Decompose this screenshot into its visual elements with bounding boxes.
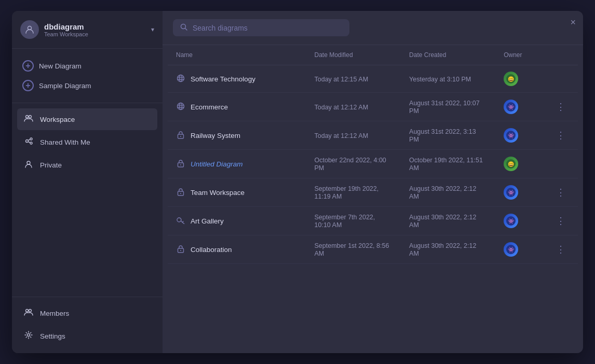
workspace-dropdown-chevron[interactable]: ▾ [151,26,154,33]
diagram-name: Railway System [191,132,240,139]
sample-diagram-plus-icon: + [22,80,34,91]
sample-diagram-label: Sample Diagram [39,82,91,90]
svg-point-5 [30,142,32,144]
diagram-actions [544,150,578,178]
diagram-created: Yesterday at 3:10 PM [401,65,495,93]
svg-text:👾: 👾 [508,218,515,225]
table-row[interactable]: Team Workspace September 19th 2022, 11:1… [168,178,578,207]
diagram-created: October 19th 2022, 11:51 AM [401,150,495,178]
search-input-wrap [173,19,349,36]
diagram-owner: 👾 [495,93,544,121]
diagram-modified: September 19th 2022, 11:19 AM [306,178,401,207]
table-row[interactable]: Collaboration September 1st 2022, 8:56 A… [168,235,578,264]
diagram-owner: 👾 [495,235,544,264]
col-header-created: Date Created [401,45,495,65]
svg-point-35 [180,193,181,194]
svg-text:👾: 👾 [508,104,515,110]
main-content: × Name Date Modified [163,11,583,353]
app-window: dbdiagram Team Workspace ▾ + New Diagram… [12,11,583,353]
svg-point-8 [27,161,30,164]
diagram-owner: 👾 [495,178,544,207]
new-diagram-button[interactable]: + New Diagram [17,56,157,76]
more-options-button[interactable]: ⋮ [552,128,570,143]
diagram-actions: ⋮ [544,178,578,207]
diagram-name: Ecommerce [191,103,228,111]
sidebar-item-shared[interactable]: Shared With Me [17,131,157,153]
diagram-name: Team Workspace [191,189,245,197]
diagram-created: August 31st 2022, 3:13 PM [401,121,495,150]
diagram-name: Untitled Diagram [191,160,243,168]
svg-point-10 [29,310,32,312]
members-icon [23,307,34,319]
diagram-actions: ⋮ [544,93,578,121]
svg-text:😀: 😀 [508,161,515,167]
owner-avatar: 👾 [504,242,518,257]
sample-diagram-button[interactable]: + Sample Diagram [17,76,157,95]
globe-icon [176,74,185,84]
svg-point-38 [177,218,181,222]
diagram-created: August 30th 2022, 2:12 AM [401,178,495,207]
svg-point-2 [29,116,32,118]
svg-point-4 [30,138,32,140]
settings-label: Settings [40,332,65,340]
table-header-row: Name Date Modified Date Created Owner [168,45,578,65]
diagram-modified: Today at 12:15 AM [306,65,401,93]
search-bar [163,11,583,45]
sidebar-header-left: dbdiagram Team Workspace [20,20,88,39]
diagram-actions: ⋮ [544,207,578,235]
svg-point-15 [180,75,182,81]
svg-point-31 [180,164,181,165]
new-diagram-label: New Diagram [39,62,82,70]
close-button[interactable]: × [570,17,576,28]
table-row[interactable]: Untitled Diagram October 22nd 2022, 4:00… [168,150,578,178]
new-diagram-plus-icon: + [22,60,34,72]
sidebar-item-members[interactable]: Members [17,302,157,324]
diagram-modified: Today at 12:12 AM [306,93,401,121]
svg-point-21 [180,103,182,109]
svg-line-13 [185,29,187,31]
diagram-name-cell: Railway System [168,121,306,150]
shared-nav-label: Shared With Me [40,138,90,146]
svg-line-40 [182,221,183,222]
svg-point-20 [178,103,184,109]
svg-line-7 [29,142,31,143]
more-options-button[interactable]: ⋮ [552,242,570,257]
workspace-label: Team Workspace [44,31,88,37]
members-label: Members [40,310,69,317]
owner-avatar: 😀 [504,157,518,171]
search-input[interactable] [193,24,328,32]
more-options-button[interactable]: ⋮ [552,99,570,115]
globe-icon [176,102,185,112]
diagram-modified: September 7th 2022, 10:10 AM [306,207,401,235]
brand-info: dbdiagram Team Workspace [44,22,88,37]
diagram-name-cell: Collaboration [168,235,306,264]
owner-avatar: 👾 [504,128,518,143]
col-header-name: Name [168,45,306,65]
more-options-button[interactable]: ⋮ [552,213,570,229]
table-row[interactable]: Ecommerce Today at 12:12 AM August 31st … [168,93,578,121]
svg-point-1 [26,116,29,118]
owner-avatar: 😀 [504,72,518,86]
table-row[interactable]: Software Technology Today at 12:15 AM Ye… [168,65,578,93]
lock-icon [176,245,185,255]
table-row[interactable]: Railway System Today at 12:12 AM August … [168,121,578,150]
diagram-table: Name Date Modified Date Created Owner So… [168,45,578,264]
private-icon [23,159,34,171]
svg-point-3 [26,140,29,143]
table-row[interactable]: Art Gallery September 7th 2022, 10:10 AM… [168,207,578,235]
owner-avatar: 👾 [504,185,518,200]
sidebar-item-private[interactable]: Private [17,154,157,176]
svg-text:👾: 👾 [508,246,515,253]
private-nav-label: Private [40,161,62,169]
more-options-button[interactable]: ⋮ [552,185,570,200]
diagram-name-cell: Art Gallery [168,207,306,235]
diagram-modified: October 22nd 2022, 4:00 PM [306,150,401,178]
sidebar-item-settings[interactable]: Settings [17,325,157,347]
lock-icon [176,131,185,141]
col-header-actions [544,45,578,65]
sidebar-footer: Members Settings [12,297,163,353]
diagram-created: August 30th 2022, 2:12 AM [401,207,495,235]
sidebar-item-workspace[interactable]: Workspace [17,108,157,130]
sidebar-nav: Workspace Shared With Me [12,103,163,297]
svg-line-6 [29,139,31,141]
